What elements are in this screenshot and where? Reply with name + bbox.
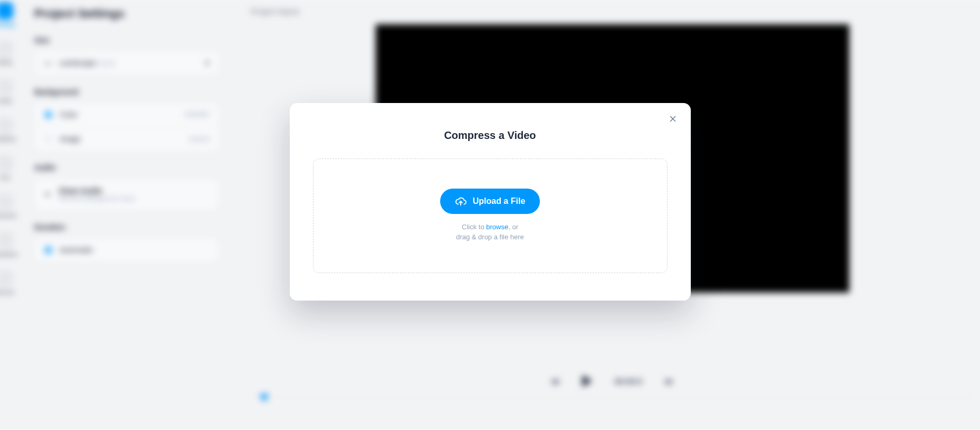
help-line2: drag & drop a file here: [456, 233, 524, 241]
compress-video-modal: Compress a Video Upload a File Click to …: [290, 103, 691, 301]
upload-file-button[interactable]: Upload a File: [440, 189, 540, 214]
drop-zone[interactable]: Upload a File Click to browse, or drag &…: [313, 158, 668, 274]
cloud-upload-icon: [455, 195, 467, 207]
upload-button-label: Upload a File: [473, 197, 526, 206]
drop-help-text: Click to browse, or drag & drop a file h…: [456, 222, 524, 242]
help-prefix: Click to: [462, 223, 486, 231]
close-icon: [669, 115, 677, 123]
close-button[interactable]: [664, 110, 681, 127]
help-suffix: , or: [508, 223, 518, 231]
browse-link[interactable]: browse: [486, 223, 508, 231]
modal-overlay: Compress a Video Upload a File Click to …: [0, 0, 980, 430]
modal-title: Compress a Video: [313, 129, 668, 142]
